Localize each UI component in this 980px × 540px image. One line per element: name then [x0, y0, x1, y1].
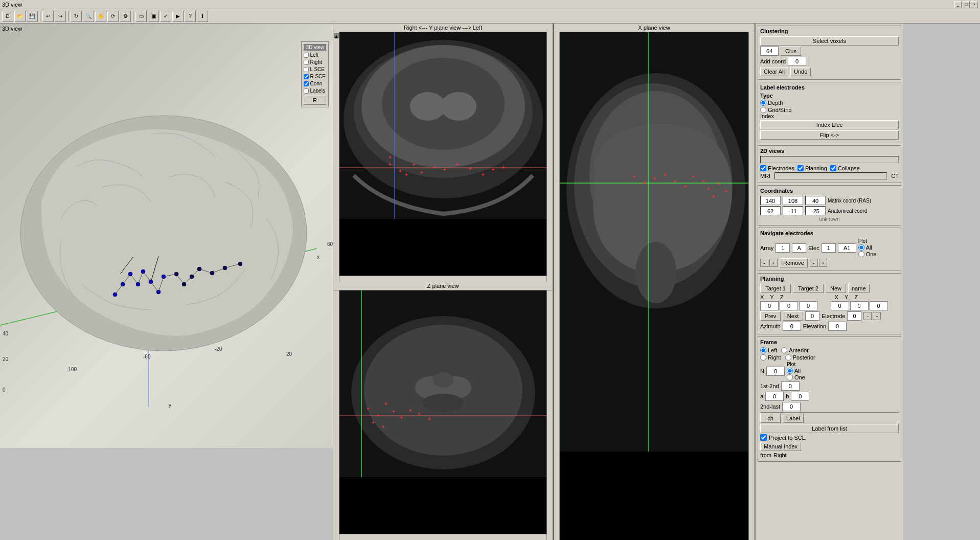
- depth-radio[interactable]: [760, 100, 766, 106]
- second-last-input[interactable]: [782, 402, 801, 411]
- toolbar-open[interactable]: 📂: [14, 11, 26, 22]
- name-btn[interactable]: name: [848, 284, 870, 293]
- y-plane-view[interactable]: + + + + + + + + + + + + + ▲: [333, 32, 553, 282]
- scroll-up-btn[interactable]: ▲: [334, 33, 339, 38]
- close-btn[interactable]: ×: [971, 1, 978, 8]
- elec-minus[interactable]: -: [863, 312, 872, 320]
- collapse-checkbox[interactable]: [830, 165, 836, 171]
- elec-name-input[interactable]: [792, 243, 806, 253]
- add-coord-input[interactable]: [788, 57, 806, 66]
- minimize-btn[interactable]: _: [954, 1, 962, 8]
- electrodes-checkbox[interactable]: [760, 165, 766, 171]
- frame-one-radio[interactable]: [787, 374, 793, 380]
- x-plane-view[interactable]: + + + + + + + + + + + +: [554, 32, 755, 540]
- array-input[interactable]: [776, 243, 790, 253]
- toolbar-play[interactable]: ▶: [172, 11, 184, 22]
- next-btn[interactable]: Next: [783, 311, 803, 321]
- index-elec-btn[interactable]: Index Elec: [760, 120, 899, 129]
- t1-y-input[interactable]: [780, 301, 798, 310]
- label-btn[interactable]: Label: [783, 414, 804, 423]
- overlay-conn-check[interactable]: Conn: [304, 80, 326, 87]
- 2d-views-slider[interactable]: [760, 156, 899, 163]
- undo-btn[interactable]: Undo: [790, 67, 811, 76]
- posterior-radio[interactable]: [785, 354, 791, 361]
- elec-full-input[interactable]: [838, 243, 856, 253]
- y-plane-scroll-bottom[interactable]: [339, 276, 546, 282]
- t1-z-input[interactable]: [799, 301, 817, 310]
- frame-all-radio[interactable]: [787, 368, 793, 374]
- r-button[interactable]: R: [304, 96, 326, 105]
- cluster-value-input[interactable]: [760, 47, 779, 56]
- label-from-list-btn[interactable]: Label from list: [760, 424, 899, 433]
- remove-btn[interactable]: Remove: [780, 258, 808, 267]
- left-radio[interactable]: [760, 347, 766, 353]
- toolbar-settings[interactable]: ⚙: [120, 11, 131, 22]
- toolbar-check[interactable]: ✓: [160, 11, 171, 22]
- alpha-input[interactable]: [765, 392, 784, 401]
- anterior-radio[interactable]: [781, 347, 787, 353]
- electrode-value-input[interactable]: [847, 311, 861, 321]
- toolbar-pan[interactable]: ✋: [95, 11, 106, 22]
- first-second-input[interactable]: [781, 381, 800, 391]
- index-elec-row: Index Elec: [760, 120, 899, 129]
- z-plane-view[interactable]: + + + + + + + + + +: [333, 290, 553, 540]
- grid-strip-radio[interactable]: [760, 107, 766, 113]
- planning-checkbox[interactable]: [797, 165, 804, 171]
- nav-plus2[interactable]: +: [819, 259, 827, 267]
- elec-plus[interactable]: +: [873, 312, 881, 320]
- target1-btn[interactable]: Target 1: [760, 284, 791, 293]
- elec-counter-input[interactable]: [805, 311, 819, 321]
- plot-one-radio[interactable]: [858, 251, 864, 257]
- t2-z-input[interactable]: [870, 301, 888, 310]
- elec-num-input[interactable]: [822, 243, 836, 253]
- flip-btn[interactable]: Flip <->: [760, 130, 899, 140]
- overlay-rsce-check[interactable]: R SCE: [304, 73, 326, 80]
- z-plane-scroll-right[interactable]: [546, 290, 553, 540]
- z-plane-scroll-bottom[interactable]: [339, 534, 546, 540]
- mri-slider[interactable]: [774, 172, 887, 179]
- z-plane-scroll-left[interactable]: [333, 290, 339, 540]
- x-plane-scroll-left[interactable]: [554, 32, 560, 540]
- brain-3d-canvas[interactable]: 60 40 20 0 -20 -40 20 -20 -60 -100 40 20…: [0, 24, 333, 448]
- overlay-right-check[interactable]: Right: [304, 59, 326, 66]
- new-planning-btn[interactable]: New: [826, 284, 846, 293]
- toolbar-undo[interactable]: ↩: [42, 11, 54, 22]
- t2-x-input[interactable]: [831, 301, 849, 310]
- x-plane-scroll-right[interactable]: [748, 32, 755, 540]
- plot-all-radio[interactable]: [858, 244, 864, 251]
- right-radio[interactable]: [760, 354, 766, 361]
- toolbar-redo[interactable]: ↪: [55, 11, 66, 22]
- select-voxels-btn[interactable]: Select voxels: [760, 36, 899, 46]
- maximize-btn[interactable]: □: [963, 1, 970, 8]
- overlay-labels-check[interactable]: Labels: [304, 87, 326, 95]
- n-input[interactable]: [766, 367, 785, 376]
- overlay-left-check[interactable]: Left: [304, 52, 326, 59]
- y-plane-scroll-left[interactable]: ▲: [333, 32, 339, 282]
- toolbar-reset[interactable]: ⟳: [107, 11, 119, 22]
- prev-btn[interactable]: Prev: [760, 311, 781, 321]
- manual-index-btn[interactable]: Manual Index: [760, 442, 801, 451]
- t2-y-input[interactable]: [850, 301, 869, 310]
- toolbar-help[interactable]: ?: [185, 11, 196, 22]
- toolbar-rect[interactable]: ▭: [135, 11, 147, 22]
- nav-minus[interactable]: -: [760, 259, 768, 267]
- azimuth-input[interactable]: [783, 322, 801, 331]
- clus-btn[interactable]: Clus: [781, 47, 801, 56]
- target2-btn[interactable]: Target 2: [793, 284, 824, 293]
- nav-plus[interactable]: +: [769, 259, 778, 267]
- ch-btn[interactable]: ch: [760, 414, 781, 423]
- toolbar-rotate[interactable]: ↻: [71, 11, 82, 22]
- toolbar-select[interactable]: ▣: [148, 11, 159, 22]
- y-plane-scroll-right[interactable]: [546, 32, 553, 282]
- overlay-lsce-check[interactable]: L SCE: [304, 66, 326, 73]
- elevation-input[interactable]: [828, 322, 847, 331]
- toolbar-save[interactable]: 💾: [27, 11, 38, 22]
- toolbar-new[interactable]: 🗋: [2, 11, 13, 22]
- nav-minus2[interactable]: -: [810, 259, 818, 267]
- clear-all-btn[interactable]: Clear All: [760, 67, 788, 76]
- t1-x-input[interactable]: [760, 301, 779, 310]
- toolbar-zoom[interactable]: 🔍: [83, 11, 94, 22]
- beta-input[interactable]: [791, 392, 809, 401]
- toolbar-info[interactable]: ℹ: [197, 11, 208, 22]
- project-sce-checkbox[interactable]: [760, 434, 767, 441]
